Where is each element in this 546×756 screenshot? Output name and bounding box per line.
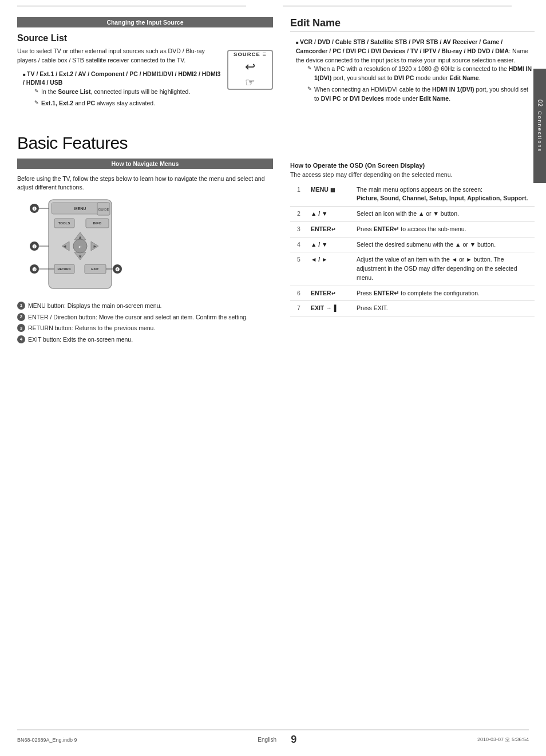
svg-text:INFO: INFO xyxy=(93,221,102,225)
osd-row-7: 7 EXIT →▐ Press EXIT. xyxy=(290,301,535,316)
enter-btn-label: ENTER / Direction button: Move the curso… xyxy=(28,313,248,322)
osd-num-2: 2 xyxy=(290,207,307,222)
source-list-body: Use to select TV or other external input… xyxy=(17,47,273,112)
osd-title: How to Operate the OSD (On Screen Displa… xyxy=(290,162,535,169)
osd-row-2: 2 ▲ / ▼ Select an icon with the ▲ or ▼ b… xyxy=(290,207,535,222)
svg-text:EXIT: EXIT xyxy=(91,267,99,271)
svg-text:❶: ❶ xyxy=(32,206,37,212)
num-3: 3 xyxy=(17,324,25,332)
svg-text:↵: ↵ xyxy=(78,245,82,249)
label-enter: 2 ENTER / Direction button: Move the cur… xyxy=(17,313,273,322)
osd-desc-2: Select an icon with the ▲ or ▼ button. xyxy=(353,207,535,222)
page-wrapper: 02 Connections Changing the Input Source… xyxy=(0,0,546,756)
osd-subtitle: The access step may differ depending on … xyxy=(290,171,535,178)
svg-text:❷: ❷ xyxy=(32,244,37,250)
footer-filename: BN68-02689A_Eng.indb 9 xyxy=(17,737,77,743)
footer-language: English xyxy=(258,737,276,743)
top-border-left xyxy=(17,6,246,6)
edit-name-sub2: When connecting an HDMI/DVI cable to the… xyxy=(307,85,535,104)
num-4: 4 xyxy=(17,335,25,343)
svg-text:RETURN: RETURN xyxy=(58,267,71,271)
osd-row-6: 6 ENTER↵ Press ENTER↵ to complete the co… xyxy=(290,286,535,301)
basic-features-title: Basic Features xyxy=(17,133,535,153)
osd-key-7: EXIT →▐ xyxy=(307,301,353,316)
svg-text:◄: ◄ xyxy=(62,244,67,249)
basic-features-section: Basic Features How to Navigate Menus Bef… xyxy=(17,133,535,347)
remote-diagram: MENU TOOLS INFO GUIDE ▲ xyxy=(17,197,126,297)
navigate-intro: Before using the TV, follow the steps be… xyxy=(17,175,273,193)
source-sub2: Ext.1, Ext.2 and PC always stay activate… xyxy=(34,99,221,108)
osd-num-3: 3 xyxy=(290,221,307,237)
navigate-header: How to Navigate Menus xyxy=(17,159,273,169)
source-label: SOURCE ≡ xyxy=(234,50,267,57)
label-return: 3 RETURN button: Returns to the previous… xyxy=(17,324,273,333)
osd-desc-3: Press ENTER↵ to access the sub-menu. xyxy=(353,221,535,237)
source-list-title: Source List xyxy=(17,33,273,43)
svg-text:►: ► xyxy=(93,244,97,249)
footer-date: 2010-03-07 오 5:36:54 xyxy=(477,736,529,743)
source-icon-box: SOURCE ≡ ↩ ☞ xyxy=(227,50,273,90)
return-btn-label: RETURN button: Returns to the previous m… xyxy=(28,324,155,333)
osd-desc-6: Press ENTER↵ to complete the configurati… xyxy=(353,286,535,301)
osd-desc-1: The main menu options appears on the scr… xyxy=(353,183,535,207)
chapter-name: Connections xyxy=(537,111,543,152)
svg-text:▼: ▼ xyxy=(78,254,82,259)
osd-key-3: ENTER↵ xyxy=(307,221,353,237)
osd-num-6: 6 xyxy=(290,286,307,301)
label-exit: 4 EXIT button: Exits the on-screen menu. xyxy=(17,335,273,344)
osd-col: How to Operate the OSD (On Screen Displa… xyxy=(284,159,535,347)
left-column-top: Changing the Input Source Source List Us… xyxy=(17,17,284,116)
osd-num-4: 4 xyxy=(290,237,307,252)
edit-name-title: Edit Name xyxy=(290,17,535,32)
input-source-header: Changing the Input Source xyxy=(17,17,273,27)
num-2: 2 xyxy=(17,313,25,321)
svg-text:❸: ❸ xyxy=(32,267,37,272)
diagram-labels: 1 MENU button: Displays the main on-scre… xyxy=(17,302,273,344)
chapter-number: 02 xyxy=(537,100,543,107)
osd-num-1: 1 xyxy=(290,183,307,207)
source-sub1: In the Source List, connected inputs wil… xyxy=(34,88,221,97)
osd-key-4: ▲ / ▼ xyxy=(307,237,353,252)
svg-text:❹: ❹ xyxy=(115,267,120,272)
osd-num-5: 5 xyxy=(290,252,307,286)
source-list-description: Use to select TV or other external input… xyxy=(17,47,221,112)
basic-features-layout: How to Navigate Menus Before using the T… xyxy=(17,159,535,347)
osd-desc-4: Select the desired submenu with the ▲ or… xyxy=(353,237,535,252)
svg-text:GUIDE: GUIDE xyxy=(98,208,109,211)
page-number: 9 xyxy=(291,734,296,746)
top-border-right xyxy=(283,6,512,6)
osd-row-3: 3 ENTER↵ Press ENTER↵ to access the sub-… xyxy=(290,221,535,237)
edit-name-bullet: VCR / DVD / Cable STB / Satellite STB / … xyxy=(296,38,535,103)
osd-desc-7: Press EXIT. xyxy=(353,301,535,316)
right-column-top: Edit Name VCR / DVD / Cable STB / Satell… xyxy=(284,17,535,116)
label-menu: 1 MENU button: Displays the main on-scre… xyxy=(17,302,273,310)
edit-name-sub1: When a PC with a resolution of 1920 x 10… xyxy=(307,65,535,83)
menu-btn-label: MENU button: Displays the main on-screen… xyxy=(28,302,161,310)
osd-key-1: MENU ▦ xyxy=(307,183,353,207)
svg-text:MENU: MENU xyxy=(74,207,86,211)
osd-row-1: 1 MENU ▦ The main menu options appears o… xyxy=(290,183,535,207)
remote-svg: MENU TOOLS INFO GUIDE ▲ xyxy=(17,197,126,297)
osd-desc-5: Adjust the value of an item with the ◄ o… xyxy=(353,252,535,286)
top-section: Changing the Input Source Source List Us… xyxy=(17,17,535,116)
num-1: 1 xyxy=(17,302,25,310)
chapter-tab: 02 Connections xyxy=(533,69,546,183)
svg-text:TOOLS: TOOLS xyxy=(58,221,70,225)
osd-key-2: ▲ / ▼ xyxy=(307,207,353,222)
osd-key-5: ◄ / ► xyxy=(307,252,353,286)
exit-btn-label: EXIT button: Exits the on-screen menu. xyxy=(28,335,133,344)
osd-table: 1 MENU ▦ The main menu options appears o… xyxy=(290,183,535,317)
page-footer: BN68-02689A_Eng.indb 9 English 9 2010-03… xyxy=(17,730,529,746)
osd-row-4: 4 ▲ / ▼ Select the desired submenu with … xyxy=(290,237,535,252)
osd-row-5: 5 ◄ / ► Adjust the value of an item with… xyxy=(290,252,535,286)
source-hand: ☞ xyxy=(245,76,255,89)
navigate-menus-col: How to Navigate Menus Before using the T… xyxy=(17,159,284,347)
osd-num-7: 7 xyxy=(290,301,307,316)
source-bullet-main: TV / Ext.1 / Ext.2 / AV / Component / PC… xyxy=(23,70,221,108)
osd-key-6: ENTER↵ xyxy=(307,286,353,301)
source-symbol: ↩ xyxy=(245,60,255,74)
